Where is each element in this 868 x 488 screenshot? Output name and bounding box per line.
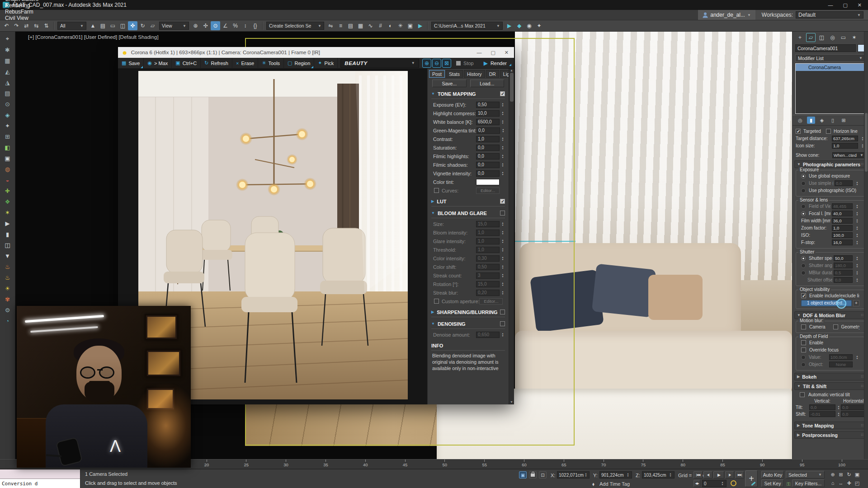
edit-named-selection-icon[interactable]: {}: [250, 21, 260, 30]
left-toolbar-icon[interactable]: ◒: [2, 174, 14, 185]
reference-coordinate-dropdown[interactable]: View▼: [159, 22, 189, 30]
param-value-field[interactable]: 1,0: [476, 230, 500, 236]
close-window-button[interactable]: ✕: [858, 2, 862, 8]
isolate-selection-icon[interactable]: ▣: [519, 471, 527, 479]
spinner[interactable]: ▲▼: [500, 171, 505, 176]
param-value-field[interactable]: 3: [476, 272, 500, 279]
curves-editor-button[interactable]: Editor...: [476, 188, 500, 194]
left-toolbar-icon[interactable]: ◔: [2, 315, 14, 326]
left-toolbar-icon[interactable]: ◭: [2, 66, 14, 77]
vfb-render-button[interactable]: ▶Render: [479, 60, 511, 66]
param-value-field[interactable]: 0,20: [476, 290, 500, 296]
shutter-angle-field[interactable]: 180,0: [834, 263, 853, 268]
shutter-speed-radio[interactable]: [801, 256, 806, 261]
key-mode-toggle[interactable]: ◀▶: [693, 480, 700, 487]
left-toolbar-icon[interactable]: ◈: [2, 109, 14, 120]
spinner[interactable]: ▲▼: [855, 278, 859, 282]
viewport-label[interactable]: [+] [CoronaCamera001] [User Defined] [De…: [28, 34, 159, 40]
spinner[interactable]: ▲▼: [501, 128, 505, 133]
scrollbar-thumb[interactable]: [510, 73, 514, 102]
listener-macro-row[interactable]: [0, 469, 80, 479]
use-global-exposure-radio[interactable]: [801, 174, 806, 178]
spinner[interactable]: ▲▼: [500, 103, 505, 107]
project-path-dropdown[interactable]: C:\Users\A...s Max 2021▼: [431, 22, 503, 30]
param-value-field[interactable]: 0,0: [476, 162, 500, 168]
fov-field[interactable]: 48,455: [832, 203, 853, 209]
override-focus-checkbox[interactable]: [801, 347, 806, 352]
focus-value-radio[interactable]: [801, 355, 806, 360]
spinner[interactable]: ▲▼: [500, 282, 505, 286]
current-frame-field[interactable]: 0▲▼: [702, 480, 726, 487]
vfb-region-button[interactable]: ▢ Region: [284, 58, 314, 69]
zoom-factor-field[interactable]: 1,0: [832, 225, 853, 231]
maximize-toggle-icon[interactable]: ◰: [854, 479, 861, 487]
target-distance-field[interactable]: 637,265cm: [832, 136, 858, 141]
vfb-tab[interactable]: LightMix: [500, 70, 509, 78]
vfb-refresh-button[interactable]: ↻ Refresh: [201, 58, 232, 69]
modifier-stack-item[interactable]: CoronaCamera: [796, 64, 865, 71]
vfb-save-button[interactable]: ▦ Save: [118, 58, 144, 69]
left-toolbar-icon[interactable]: ⊙: [2, 99, 14, 109]
left-toolbar-icon[interactable]: ▼: [2, 250, 14, 261]
vfb-panel-scrollbar[interactable]: ▲▼: [509, 69, 514, 404]
use-pivot-point-icon[interactable]: ⊕: [191, 21, 200, 30]
scroll-up-icon[interactable]: ▲: [510, 69, 513, 72]
param-value-field[interactable]: 0,30: [476, 255, 500, 262]
param-value-field[interactable]: 6500,0: [476, 119, 500, 125]
spinner[interactable]: ▲▼: [500, 265, 505, 269]
field-of-view-icon[interactable]: ↔: [837, 479, 844, 487]
left-toolbar-icon[interactable]: ❖: [2, 196, 14, 207]
add-exclude-button[interactable]: +: [853, 300, 859, 306]
redo-icon[interactable]: ↷: [12, 21, 21, 30]
denoising-checkbox[interactable]: [500, 321, 505, 326]
undo-icon[interactable]: ↶: [2, 21, 11, 30]
window-crossing-icon[interactable]: ◫: [118, 21, 127, 30]
enable-include-exclude-checkbox[interactable]: [801, 293, 806, 298]
mblur-duration-field[interactable]: 0,5: [834, 270, 853, 276]
mirror-icon[interactable]: ⇋: [326, 21, 335, 30]
vfb-zoom-out-icon[interactable]: ⊖: [432, 59, 441, 68]
bloom-glare-section-header[interactable]: ▼ BLOOM AND GLARE: [431, 209, 505, 218]
spinner[interactable]: ▲▼: [855, 256, 859, 261]
spinner[interactable]: ▲▼: [500, 163, 505, 167]
left-toolbar-icon[interactable]: ▮: [2, 229, 14, 239]
focus-object-radio[interactable]: [801, 362, 806, 367]
rendered-frame-window-icon[interactable]: ▣: [406, 21, 415, 30]
vfb-maximize-button[interactable]: ▢: [491, 50, 495, 56]
z-coordinate-field[interactable]: 103,425cm▲▼: [642, 471, 675, 479]
select-and-move-icon[interactable]: ✜: [128, 21, 137, 30]
tilt-vertical-field[interactable]: 0,0: [809, 404, 835, 410]
user-account-menu[interactable]: ander_de_al... ▼: [698, 10, 755, 20]
iso-field[interactable]: 100,0: [832, 232, 853, 238]
vfb-zoom-in-icon[interactable]: ⊕: [422, 59, 431, 68]
param-value-field[interactable]: 0,0: [476, 127, 500, 134]
spinner[interactable]: ▲▼: [836, 412, 841, 417]
left-toolbar-icon[interactable]: ◮: [2, 77, 14, 88]
vfb-minimize-button[interactable]: —: [476, 50, 481, 56]
shutter-angle-radio[interactable]: [801, 263, 806, 268]
film-width-field[interactable]: 36,0: [832, 218, 853, 224]
param-value-field[interactable]: 15,0: [476, 221, 500, 227]
maxscript-mini-listener[interactable]: Conversion d: [0, 469, 80, 488]
listener-script-row[interactable]: Conversion d: [0, 479, 80, 488]
show-cone-dropdown[interactable]: When...cted▼: [832, 152, 865, 158]
spinner[interactable]: ▲▼: [855, 355, 859, 360]
zoom-region-icon[interactable]: ⊞: [837, 471, 844, 478]
spinner[interactable]: ▲▼: [855, 211, 859, 216]
use-photographic-iso-radio[interactable]: [801, 188, 806, 193]
spinner[interactable]: ▲▼: [855, 219, 859, 223]
previous-frame-button[interactable]: ◀|: [703, 471, 712, 479]
icon-size-field[interactable]: 1,0: [832, 143, 858, 149]
left-toolbar-icon[interactable]: ▣: [2, 153, 14, 164]
utilities-tab-icon[interactable]: ✶: [849, 33, 859, 42]
vfb-erase-button[interactable]: × Erase: [232, 58, 258, 69]
param-value-field[interactable]: 0,0: [476, 145, 500, 151]
left-toolbar-icon[interactable]: ▤: [2, 88, 14, 99]
spinner[interactable]: ▲▼: [836, 405, 841, 410]
display-tab-icon[interactable]: ▭: [839, 33, 848, 42]
tone-mapping-section-header[interactable]: ▼ TONE MAPPING: [431, 90, 505, 99]
key-clock-icon[interactable]: [731, 480, 736, 486]
left-toolbar-icon[interactable]: ✾: [2, 294, 14, 305]
zoom-extents-icon[interactable]: ⌂: [829, 479, 836, 487]
maximize-window-button[interactable]: ▢: [843, 2, 847, 8]
